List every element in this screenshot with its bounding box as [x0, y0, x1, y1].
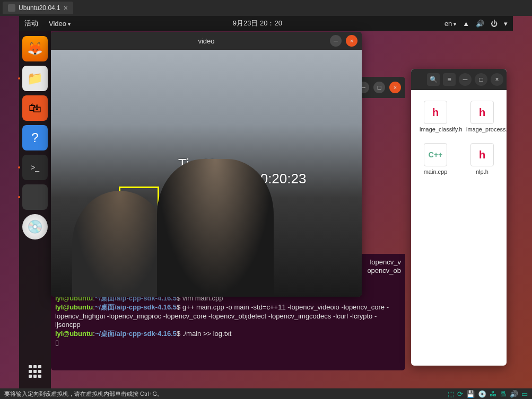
vm-icon — [8, 4, 15, 12]
caret-down-icon[interactable]: ▾ — [504, 20, 508, 28]
file-item[interactable]: hnlp.h — [466, 143, 498, 175]
dock-firefox[interactable]: 🦊 — [22, 36, 48, 61]
status-icons: ⬚ ⟳ 💾 💿 🖧 🖶 🔊 ▭ — [448, 390, 528, 398]
dock-software[interactable]: 🛍 — [22, 95, 48, 121]
file-item[interactable]: himage_process.h — [466, 101, 498, 132]
activities-button[interactable]: 活动 — [24, 19, 38, 28]
person-silhouette — [157, 159, 274, 297]
person-silhouette — [72, 191, 168, 297]
volume-icon[interactable]: 🔊 — [476, 20, 484, 28]
dock-files[interactable]: 📁 — [22, 66, 48, 91]
video-titlebar[interactable]: video ─ × — [51, 32, 362, 50]
dock-dvd[interactable]: 💿 — [22, 214, 48, 240]
terminal-line: ▯ — [55, 339, 401, 348]
status-icon[interactable]: ⟳ — [457, 390, 463, 398]
status-icon[interactable]: 🖧 — [490, 390, 496, 398]
power-icon[interactable]: ⏻ — [491, 20, 498, 28]
terminal-line: lyl@ubuntu:~/桌面/aip-cpp-sdk-4.16.5$ g++ … — [55, 303, 401, 330]
header-file-icon: h — [470, 143, 494, 166]
dock-window[interactable] — [22, 184, 48, 210]
input-language[interactable]: en — [444, 20, 456, 28]
search-button[interactable]: 🔍 — [427, 73, 440, 86]
file-label: image_process.h — [466, 126, 498, 132]
clock[interactable]: 9月23日 20：20 — [233, 19, 282, 27]
file-label: image_classify.h — [420, 126, 451, 132]
cpp-file-icon: C++ — [424, 143, 447, 166]
vm-tab[interactable]: Ubuntu20.04.1 × — [3, 2, 73, 14]
terminal-partial-line: lopencv_v — [370, 258, 401, 267]
maximize-button[interactable]: □ — [475, 73, 487, 86]
video-title: video — [198, 37, 214, 45]
terminal-line: lyl@ubuntu:~/桌面/aip-cpp-sdk-4.16.5$ ./ma… — [55, 330, 401, 339]
minimize-button[interactable]: ─ — [330, 35, 342, 47]
dock-help[interactable]: ? — [22, 125, 48, 150]
file-item[interactable]: C++main.cpp — [420, 143, 451, 175]
status-icon[interactable]: 💾 — [466, 390, 475, 398]
vm-desktop: 活动 Video 9月23日 20：20 en ▲ 🔊 ⏻ ▾ 🦊 📁 🛍 ? … — [0, 16, 532, 388]
vm-tabbar: Ubuntu20.04.1 × — [0, 0, 532, 16]
close-button[interactable]: × — [346, 35, 357, 47]
minimize-button[interactable]: ─ — [459, 73, 472, 86]
terminal-partial-line: opencv_ob — [367, 267, 401, 276]
header-file-icon: h — [424, 101, 447, 124]
video-frame: TianYu 2023-09-23 20:20:23 — [51, 50, 362, 297]
app-menu[interactable]: Video — [49, 20, 71, 28]
file-manager-window: 🔍 ≡ ─ □ × himage_classify.hhimage_proces… — [411, 69, 507, 366]
vm-tab-title: Ubuntu20.04.1 — [19, 4, 60, 12]
video-window: video ─ × TianYu 2023-09-23 20:20:23 — [51, 32, 362, 297]
status-icon[interactable]: 💿 — [478, 390, 486, 398]
close-icon[interactable]: × — [64, 4, 68, 12]
header-file-icon: h — [470, 101, 494, 124]
network-icon[interactable]: ▲ — [463, 20, 469, 28]
status-icon[interactable]: 🖶 — [500, 390, 507, 398]
show-apps-button[interactable] — [29, 365, 41, 378]
close-button[interactable]: × — [491, 73, 503, 86]
menu-button[interactable]: ≡ — [443, 73, 456, 86]
file-item[interactable]: himage_classify.h — [420, 101, 451, 132]
dock: 🦊 📁 🛍 ? >_ 💿 — [19, 31, 51, 388]
status-message: 要将输入定向到该虚拟机，请在虚拟机内部单击或按 Ctrl+G。 — [4, 390, 163, 398]
file-manager-header: 🔍 ≡ ─ □ × — [411, 69, 507, 90]
status-icon[interactable]: ▭ — [521, 390, 528, 398]
file-label: main.cpp — [420, 169, 451, 175]
status-icon[interactable]: ⬚ — [448, 390, 454, 398]
file-label: nlp.h — [466, 169, 498, 175]
file-grid: himage_classify.hhimage_process.hC++main… — [411, 90, 507, 185]
vm-status-bar: 要将输入定向到该虚拟机，请在虚拟机内部单击或按 Ctrl+G。 ⬚ ⟳ 💾 💿 … — [0, 388, 532, 399]
status-icon[interactable]: 🔊 — [510, 390, 518, 398]
maximize-button[interactable]: □ — [373, 82, 385, 93]
dock-terminal[interactable]: >_ — [22, 155, 48, 180]
close-button[interactable]: × — [389, 82, 401, 93]
gnome-topbar: 活动 Video 9月23日 20：20 en ▲ 🔊 ⏻ ▾ — [19, 16, 513, 31]
